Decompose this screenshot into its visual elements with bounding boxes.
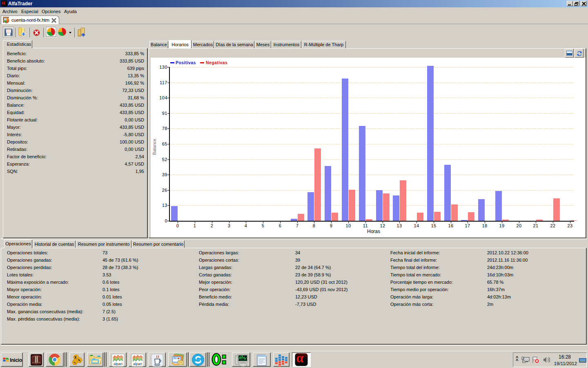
svg-text:alpari: alpari [113,362,122,366]
svg-text:alpari: alpari [133,362,142,366]
